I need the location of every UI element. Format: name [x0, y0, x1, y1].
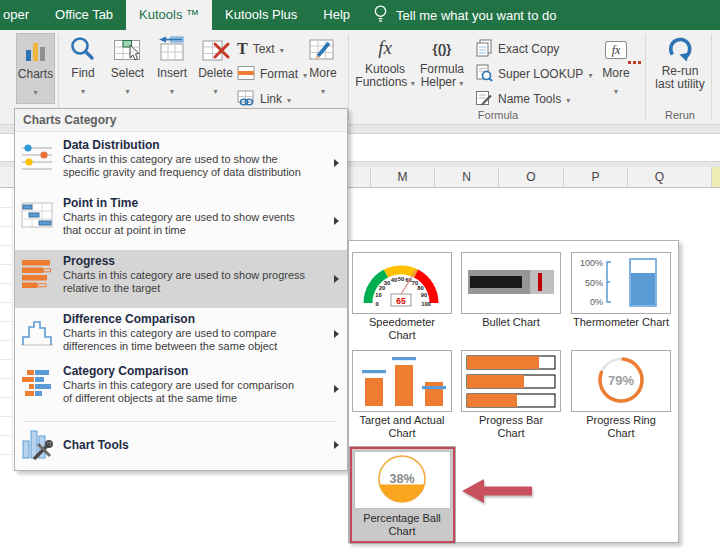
gauge-tick-label: 90: [421, 292, 427, 298]
tab-developer-partial[interactable]: oper: [0, 0, 42, 30]
menu-item-progress[interactable]: Progress Charts in this category are use…: [15, 250, 347, 308]
target-actual-chart-preview: [353, 351, 451, 411]
group-separator: [348, 34, 349, 120]
tab-kutools-plus[interactable]: Kutools Plus: [212, 0, 310, 30]
group-label-formula: Formula: [356, 109, 640, 121]
name-tools-label: Name Tools: [498, 92, 561, 106]
menu-item-point-in-time[interactable]: Point in Time Charts in this category ar…: [15, 192, 347, 250]
more-formula-button[interactable]: More: [595, 33, 637, 104]
percentage-ball-thumb: 38%: [354, 451, 451, 509]
menu-item-desc: Charts in this category are used to show…: [63, 211, 295, 224]
find-button[interactable]: Find: [62, 33, 104, 104]
kutools-functions-label-2: Functions: [355, 75, 407, 89]
menu-item-category-comparison[interactable]: Category Comparison Charts in this categ…: [15, 360, 347, 418]
chart-item-label[interactable]: Progress Bar Chart: [471, 414, 551, 440]
copy-icon: [475, 39, 493, 60]
chevron-down-icon: [33, 84, 37, 98]
chevron-down-icon: [170, 83, 174, 97]
chart-item-label[interactable]: Target and Actual Chart: [354, 414, 450, 440]
menu-item-title: Difference Comparison: [63, 312, 277, 327]
target-and-actual-chart-item[interactable]: [352, 350, 452, 412]
menu-item-title: Category Comparison: [63, 364, 294, 379]
link-label: Link: [260, 92, 282, 106]
rerun-last-utility-button[interactable]: Re-run last utility: [650, 33, 710, 104]
speedometer-chart-item[interactable]: 0 10 20 30 40 50 60 70 80 90 100 65: [352, 252, 452, 314]
menu-item-desc: Charts in this category are used to show…: [63, 153, 301, 166]
delete-label: Delete: [198, 67, 233, 80]
column-header-o[interactable]: O: [498, 167, 563, 187]
chevron-down-icon: [588, 67, 592, 81]
kutools-functions-button[interactable]: Kutools Functions: [356, 33, 414, 104]
chart-item-label[interactable]: Percentage Ball Chart: [359, 512, 445, 538]
name-tools-button[interactable]: Name Tools: [475, 87, 570, 111]
group-separator: [711, 34, 712, 120]
link-icon: [237, 90, 255, 109]
menu-item-desc: specific gravity and frequency of data d…: [63, 166, 301, 179]
rerun-label-2: last utility: [655, 78, 704, 91]
ring-value: 79%: [608, 373, 634, 388]
menu-item-difference-comparison[interactable]: Difference Comparison Charts in this cat…: [15, 308, 347, 360]
chart-item-label[interactable]: Speedometer Chart: [362, 316, 442, 342]
progress-bar-chart-item[interactable]: [461, 350, 561, 412]
percentage-ball-chart-preview: 38%: [355, 452, 450, 508]
tab-help[interactable]: Help: [310, 0, 363, 30]
grid-pencil-icon: [308, 33, 338, 67]
gauge-tick-label: 0: [375, 301, 378, 307]
insert-button[interactable]: Insert: [150, 33, 194, 104]
chart-item-label[interactable]: Bullet Chart: [457, 316, 565, 329]
more-editing-button[interactable]: More: [302, 33, 344, 104]
charts-label: Charts: [18, 68, 53, 81]
super-lookup-button[interactable]: Super LOOKUP: [475, 62, 592, 86]
chart-item-label[interactable]: Progress Ring Chart: [579, 414, 663, 440]
chart-tools-label: Chart Tools: [55, 438, 129, 453]
menu-item-data-distribution[interactable]: Data Distribution Charts in this categor…: [15, 134, 347, 192]
chevron-down-icon: [411, 76, 415, 90]
gauge-tick-label: 50: [398, 276, 404, 282]
submenu-arrow-icon: [334, 217, 339, 225]
delete-button[interactable]: Delete: [193, 33, 238, 104]
column-header-q[interactable]: Q: [627, 167, 691, 187]
tell-me-label: Tell me what you want to do: [396, 8, 556, 23]
submenu-arrow-icon: [334, 385, 339, 393]
tab-kutools[interactable]: Kutools ™: [126, 0, 212, 30]
chart-item-label[interactable]: Thermometer Chart: [567, 316, 675, 329]
menu-item-title: Point in Time: [63, 196, 295, 211]
percentage-ball-chart-item-selected[interactable]: 38% Percentage Ball Chart: [350, 447, 455, 543]
gauge-tick-label: 80: [417, 285, 423, 291]
select-cells-icon: [113, 33, 143, 67]
bullet-chart-item[interactable]: [461, 252, 561, 314]
excel-kutools-screenshot: { "titlebar": { "tabs": ["oper", "Office…: [0, 0, 720, 551]
tell-me-box[interactable]: Tell me what you want to do: [363, 0, 566, 30]
format-menu-button[interactable]: Format: [237, 62, 307, 86]
category-comparison-icon: [21, 367, 55, 418]
formula-helper-button[interactable]: Formula Helper: [416, 33, 468, 104]
column-header-p[interactable]: P: [563, 167, 627, 187]
chart-tools-icon: [21, 428, 55, 463]
menu-item-desc: differences in time between the same obj…: [63, 340, 277, 353]
exact-copy-button[interactable]: Exact Copy: [475, 37, 559, 61]
chevron-down-icon: [287, 92, 291, 106]
charts-button[interactable]: Charts: [16, 33, 55, 104]
menu-item-desc: relative to the target: [63, 282, 305, 295]
chevron-down-icon: [459, 76, 463, 90]
chevron-down-icon: [81, 83, 85, 97]
menu-item-desc: that occur at point in time: [63, 224, 295, 237]
gauge-tick-label: 30: [384, 280, 390, 286]
column-header-m[interactable]: M: [370, 167, 434, 187]
progress-ring-chart-item[interactable]: 79%: [571, 350, 671, 412]
column-header-partial[interactable]: [711, 167, 720, 187]
name-pen-icon: [475, 89, 493, 110]
thermometer-chart-item[interactable]: 100% 50% 0%: [571, 252, 671, 314]
column-header-n[interactable]: N: [434, 167, 498, 187]
tab-office-tab[interactable]: Office Tab: [42, 0, 126, 30]
chevron-down-icon: [125, 83, 129, 97]
axis-label: 0%: [590, 297, 603, 307]
select-button[interactable]: Select: [105, 33, 150, 104]
title-bar: oper Office Tab Kutools ™ Kutools Plus H…: [0, 0, 720, 30]
menu-item-chart-tools[interactable]: Chart Tools: [15, 424, 347, 466]
insert-cells-icon: [157, 33, 187, 67]
menu-item-desc: Charts in this category are used to show…: [63, 269, 305, 282]
formula-helper-icon: [433, 33, 452, 63]
menu-item-title: Data Distribution: [63, 138, 301, 153]
text-menu-button[interactable]: Text: [237, 37, 284, 61]
